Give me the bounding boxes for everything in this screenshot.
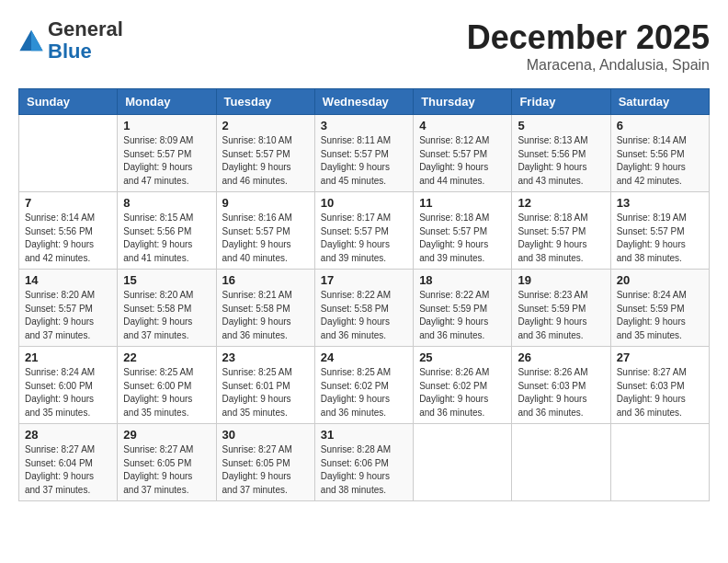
calendar-cell: 8Sunrise: 8:15 AM Sunset: 5:56 PM Daylig… (118, 192, 216, 270)
day-info: Sunrise: 8:13 AM Sunset: 5:56 PM Dayligh… (518, 134, 604, 188)
calendar-week-2: 7Sunrise: 8:14 AM Sunset: 5:56 PM Daylig… (19, 192, 710, 270)
day-info: Sunrise: 8:14 AM Sunset: 5:56 PM Dayligh… (617, 134, 703, 188)
day-info: Sunrise: 8:24 AM Sunset: 5:59 PM Dayligh… (617, 289, 703, 342)
day-info: Sunrise: 8:26 AM Sunset: 6:02 PM Dayligh… (419, 366, 506, 419)
calendar-cell: 19Sunrise: 8:23 AM Sunset: 5:59 PM Dayli… (512, 270, 610, 347)
day-number: 15 (123, 273, 210, 287)
day-info: Sunrise: 8:18 AM Sunset: 5:57 PM Dayligh… (419, 212, 506, 265)
day-info: Sunrise: 8:17 AM Sunset: 5:57 PM Dayligh… (321, 212, 407, 265)
day-number: 2 (222, 119, 309, 132)
day-info: Sunrise: 8:25 AM Sunset: 6:00 PM Dayligh… (123, 366, 210, 419)
day-number: 5 (518, 119, 604, 132)
month-title: December 2025 (467, 18, 710, 57)
day-number: 4 (419, 119, 506, 132)
day-info: Sunrise: 8:22 AM Sunset: 5:59 PM Dayligh… (419, 289, 506, 342)
day-number: 8 (123, 196, 210, 210)
calendar-cell: 26Sunrise: 8:26 AM Sunset: 6:03 PM Dayli… (512, 347, 610, 424)
day-number: 27 (617, 350, 703, 364)
calendar-cell: 13Sunrise: 8:19 AM Sunset: 5:57 PM Dayli… (610, 192, 709, 270)
calendar-cell: 16Sunrise: 8:21 AM Sunset: 5:58 PM Dayli… (216, 270, 314, 347)
day-info: Sunrise: 8:24 AM Sunset: 6:00 PM Dayligh… (25, 366, 111, 419)
day-info: Sunrise: 8:27 AM Sunset: 6:05 PM Dayligh… (222, 443, 309, 497)
day-number: 13 (617, 196, 703, 210)
day-info: Sunrise: 8:15 AM Sunset: 5:56 PM Dayligh… (123, 212, 210, 265)
day-info: Sunrise: 8:21 AM Sunset: 5:58 PM Dayligh… (222, 289, 309, 342)
day-number: 1 (123, 119, 210, 132)
calendar-cell: 5Sunrise: 8:13 AM Sunset: 5:56 PM Daylig… (512, 115, 610, 192)
calendar-cell: 25Sunrise: 8:26 AM Sunset: 6:02 PM Dayli… (414, 347, 512, 424)
calendar-cell: 29Sunrise: 8:27 AM Sunset: 6:05 PM Dayli… (118, 424, 216, 501)
calendar-week-3: 14Sunrise: 8:20 AM Sunset: 5:57 PM Dayli… (19, 270, 710, 347)
weekday-header-row: SundayMondayTuesdayWednesdayThursdayFrid… (19, 89, 710, 115)
day-number: 28 (25, 428, 111, 442)
calendar-cell: 17Sunrise: 8:22 AM Sunset: 5:58 PM Dayli… (314, 270, 413, 347)
calendar-cell: 6Sunrise: 8:14 AM Sunset: 5:56 PM Daylig… (610, 115, 709, 192)
calendar-cell: 24Sunrise: 8:25 AM Sunset: 6:02 PM Dayli… (314, 347, 413, 424)
weekday-header-saturday: Saturday (610, 89, 709, 115)
day-info: Sunrise: 8:18 AM Sunset: 5:57 PM Dayligh… (518, 212, 604, 265)
day-info: Sunrise: 8:14 AM Sunset: 5:56 PM Dayligh… (25, 212, 111, 265)
svg-marker-1 (31, 30, 43, 51)
calendar-cell: 14Sunrise: 8:20 AM Sunset: 5:57 PM Dayli… (19, 270, 118, 347)
calendar-cell (414, 424, 512, 501)
day-number: 22 (123, 350, 210, 364)
calendar-cell: 2Sunrise: 8:10 AM Sunset: 5:57 PM Daylig… (216, 115, 314, 192)
calendar-cell: 23Sunrise: 8:25 AM Sunset: 6:01 PM Dayli… (216, 347, 314, 424)
day-info: Sunrise: 8:23 AM Sunset: 5:59 PM Dayligh… (518, 289, 604, 342)
weekday-header-thursday: Thursday (414, 89, 512, 115)
day-number: 16 (222, 273, 309, 287)
day-info: Sunrise: 8:12 AM Sunset: 5:57 PM Dayligh… (419, 134, 506, 188)
day-number: 23 (222, 350, 309, 364)
calendar-cell (19, 115, 118, 192)
title-block: December 2025 Maracena, Andalusia, Spain (467, 18, 710, 74)
day-number: 3 (321, 119, 407, 132)
calendar: SundayMondayTuesdayWednesdayThursdayFrid… (18, 88, 710, 501)
day-number: 10 (321, 196, 407, 210)
day-info: Sunrise: 8:27 AM Sunset: 6:05 PM Dayligh… (123, 443, 210, 497)
weekday-header-wednesday: Wednesday (314, 89, 413, 115)
day-info: Sunrise: 8:20 AM Sunset: 5:57 PM Dayligh… (25, 289, 111, 342)
day-info: Sunrise: 8:28 AM Sunset: 6:06 PM Dayligh… (321, 443, 407, 497)
calendar-cell: 27Sunrise: 8:27 AM Sunset: 6:03 PM Dayli… (610, 347, 709, 424)
day-info: Sunrise: 8:19 AM Sunset: 5:57 PM Dayligh… (617, 212, 703, 265)
calendar-cell: 7Sunrise: 8:14 AM Sunset: 5:56 PM Daylig… (19, 192, 118, 270)
day-info: Sunrise: 8:27 AM Sunset: 6:03 PM Dayligh… (617, 366, 703, 419)
day-number: 31 (321, 428, 407, 442)
day-number: 21 (25, 350, 111, 364)
day-info: Sunrise: 8:16 AM Sunset: 5:57 PM Dayligh… (222, 212, 309, 265)
calendar-cell: 31Sunrise: 8:28 AM Sunset: 6:06 PM Dayli… (314, 424, 413, 501)
day-info: Sunrise: 8:11 AM Sunset: 5:57 PM Dayligh… (321, 134, 407, 188)
day-info: Sunrise: 8:20 AM Sunset: 5:58 PM Dayligh… (123, 289, 210, 342)
day-number: 17 (321, 273, 407, 287)
day-number: 11 (419, 196, 506, 210)
day-number: 24 (321, 350, 407, 364)
day-number: 25 (419, 350, 506, 364)
logo-icon (18, 28, 44, 53)
calendar-cell: 15Sunrise: 8:20 AM Sunset: 5:58 PM Dayli… (118, 270, 216, 347)
location-title: Maracena, Andalusia, Spain (467, 57, 710, 74)
day-number: 26 (518, 350, 604, 364)
day-info: Sunrise: 8:26 AM Sunset: 6:03 PM Dayligh… (518, 366, 604, 419)
calendar-cell: 21Sunrise: 8:24 AM Sunset: 6:00 PM Dayli… (19, 347, 118, 424)
day-number: 19 (518, 273, 604, 287)
day-number: 30 (222, 428, 309, 442)
day-info: Sunrise: 8:27 AM Sunset: 6:04 PM Dayligh… (25, 443, 111, 497)
calendar-cell (610, 424, 709, 501)
calendar-cell: 9Sunrise: 8:16 AM Sunset: 5:57 PM Daylig… (216, 192, 314, 270)
calendar-week-4: 21Sunrise: 8:24 AM Sunset: 6:00 PM Dayli… (19, 347, 710, 424)
day-number: 6 (617, 119, 703, 132)
calendar-cell (512, 424, 610, 501)
day-number: 20 (617, 273, 703, 287)
day-number: 12 (518, 196, 604, 210)
day-number: 7 (25, 196, 111, 210)
weekday-header-sunday: Sunday (19, 89, 118, 115)
day-info: Sunrise: 8:25 AM Sunset: 6:01 PM Dayligh… (222, 366, 309, 419)
logo: General Blue (18, 18, 123, 63)
calendar-cell: 28Sunrise: 8:27 AM Sunset: 6:04 PM Dayli… (19, 424, 118, 501)
day-info: Sunrise: 8:25 AM Sunset: 6:02 PM Dayligh… (321, 366, 407, 419)
calendar-cell: 12Sunrise: 8:18 AM Sunset: 5:57 PM Dayli… (512, 192, 610, 270)
day-info: Sunrise: 8:10 AM Sunset: 5:57 PM Dayligh… (222, 134, 309, 188)
calendar-cell: 18Sunrise: 8:22 AM Sunset: 5:59 PM Dayli… (414, 270, 512, 347)
day-number: 18 (419, 273, 506, 287)
calendar-cell: 11Sunrise: 8:18 AM Sunset: 5:57 PM Dayli… (414, 192, 512, 270)
